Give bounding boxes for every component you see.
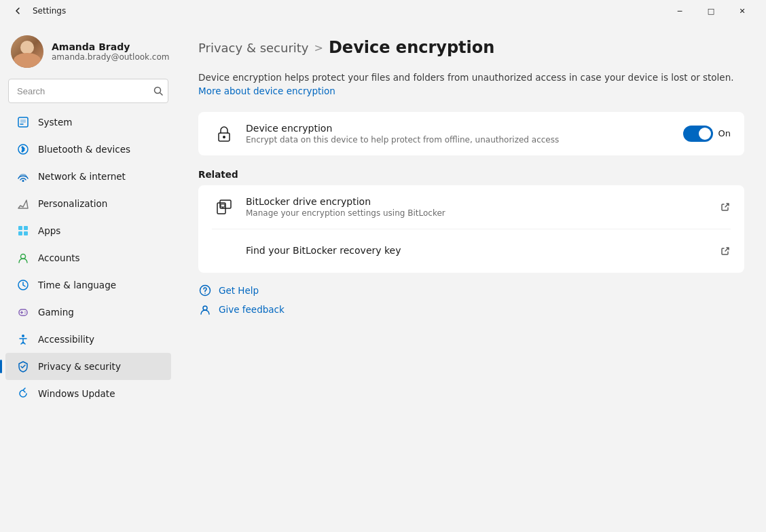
network-icon — [16, 170, 30, 183]
minimize-button[interactable]: ─ — [664, 0, 695, 22]
sidebar-item-update[interactable]: Windows Update — [5, 380, 171, 407]
get-help-label: Get Help — [219, 285, 259, 296]
profile-email: amanda.brady@outlook.com — [52, 52, 169, 62]
description-link[interactable]: More about device encryption — [198, 86, 335, 96]
related-card: BitLocker drive encryption Manage your e… — [198, 185, 744, 273]
sidebar-item-privacy[interactable]: Privacy & security — [5, 353, 171, 380]
encryption-toggle-group: On — [683, 126, 731, 142]
svg-rect-2 — [20, 119, 26, 123]
encryption-icon — [212, 121, 236, 146]
sidebar-label-privacy: Privacy & security — [38, 361, 121, 372]
sidebar-item-apps[interactable]: Apps — [5, 217, 171, 244]
profile-section: Amanda Brady amanda.brady@outlook.com — [0, 27, 177, 79]
svg-point-14 — [22, 335, 24, 337]
app-container: Amanda Brady amanda.brady@outlook.com — [0, 22, 766, 532]
profile-info: Amanda Brady amanda.brady@outlook.com — [52, 41, 169, 62]
toggle-label: On — [718, 128, 731, 138]
svg-rect-9 — [24, 231, 28, 235]
sidebar-item-accounts[interactable]: Accounts — [5, 244, 171, 271]
search-input[interactable] — [8, 79, 168, 103]
give-feedback-link[interactable]: Give feedback — [198, 303, 744, 316]
gaming-icon — [16, 305, 30, 319]
privacy-icon — [16, 360, 30, 373]
titlebar: Settings ─ □ ✕ — [0, 0, 766, 22]
svg-point-0 — [155, 88, 161, 94]
encryption-title: Device encryption — [246, 123, 683, 134]
apps-icon — [16, 224, 30, 238]
sidebar-item-personalization[interactable]: Personalization — [5, 190, 171, 217]
encryption-toggle[interactable] — [683, 126, 713, 142]
sidebar-label-bluetooth: Bluetooth & devices — [38, 144, 130, 155]
bitlocker-icon — [212, 195, 236, 219]
personalization-icon — [16, 197, 30, 210]
description-text-part: Device encryption helps protect your fil… — [198, 72, 734, 83]
bluetooth-icon — [16, 142, 30, 156]
device-encryption-item: Device encryption Encrypt data on this d… — [198, 112, 744, 155]
bitlocker-title: BitLocker drive encryption — [246, 196, 720, 207]
device-encryption-card: Device encryption Encrypt data on this d… — [198, 112, 744, 155]
window-title: Settings — [33, 6, 664, 16]
bitlocker-item[interactable]: BitLocker drive encryption Manage your e… — [198, 185, 744, 229]
svg-point-13 — [24, 313, 26, 314]
breadcrumb-parent[interactable]: Privacy & security — [198, 41, 309, 55]
bitlocker-text: BitLocker drive encryption Manage your e… — [246, 196, 720, 218]
bitlocker-subtitle: Manage your encryption settings using Bi… — [246, 208, 720, 218]
avatar — [11, 35, 43, 68]
help-section: Get Help Give feedback — [198, 284, 744, 316]
sidebar-label-update: Windows Update — [38, 388, 115, 399]
bitlocker-link-icon — [720, 202, 731, 212]
svg-point-23 — [203, 306, 207, 310]
sidebar-item-bluetooth[interactable]: Bluetooth & devices — [5, 136, 171, 163]
related-section-title: Related — [198, 169, 744, 180]
recovery-key-link-icon — [720, 246, 731, 256]
external-link-icon-recovery — [720, 246, 731, 256]
sidebar-label-gaming: Gaming — [38, 307, 74, 318]
profile-name: Amanda Brady — [52, 41, 169, 52]
accounts-icon — [16, 251, 30, 265]
back-button[interactable] — [8, 1, 27, 20]
page-title: Device encryption — [329, 38, 494, 57]
search-icon — [153, 86, 163, 96]
svg-point-12 — [24, 311, 26, 313]
recovery-key-item[interactable]: Find your BitLocker recovery key — [198, 229, 744, 273]
sidebar-label-network: Network & internet — [38, 171, 126, 182]
sidebar-item-accessibility[interactable]: Accessibility — [5, 326, 171, 353]
sidebar-label-personalization: Personalization — [38, 198, 107, 209]
svg-point-22 — [204, 292, 206, 294]
breadcrumb-separator: > — [314, 41, 323, 54]
sidebar-label-system: System — [38, 117, 72, 128]
main-content: Privacy & security > Device encryption D… — [177, 22, 766, 532]
sidebar-item-gaming[interactable]: Gaming — [5, 299, 171, 326]
encryption-subtitle: Encrypt data on this device to help prot… — [246, 135, 683, 145]
recovery-key-title: Find your BitLocker recovery key — [246, 245, 720, 256]
get-help-icon — [198, 284, 212, 297]
avatar-image — [11, 35, 43, 68]
sidebar-label-time: Time & language — [38, 280, 116, 290]
svg-rect-8 — [18, 231, 22, 235]
update-icon — [16, 387, 30, 400]
svg-rect-19 — [221, 204, 225, 207]
get-help-link[interactable]: Get Help — [198, 284, 744, 297]
sidebar-label-accessibility: Accessibility — [38, 334, 94, 345]
window-controls: ─ □ ✕ — [664, 0, 758, 22]
svg-point-16 — [223, 136, 225, 138]
sidebar-item-system[interactable]: System — [5, 109, 171, 136]
encryption-text: Device encryption Encrypt data on this d… — [246, 123, 683, 145]
maximize-button[interactable]: □ — [695, 0, 727, 22]
give-feedback-label: Give feedback — [219, 304, 285, 315]
time-icon — [16, 278, 30, 292]
accessibility-icon — [16, 332, 30, 346]
sidebar-label-accounts: Accounts — [38, 252, 80, 263]
svg-rect-6 — [18, 226, 22, 230]
svg-point-5 — [22, 180, 24, 182]
system-icon — [16, 115, 30, 129]
description: Device encryption helps protect your fil… — [198, 71, 744, 98]
external-link-icon-bitlocker — [720, 202, 731, 212]
close-button[interactable]: ✕ — [727, 0, 758, 22]
sidebar: Amanda Brady amanda.brady@outlook.com — [0, 22, 177, 532]
sidebar-item-time[interactable]: Time & language — [5, 271, 171, 299]
sidebar-item-network[interactable]: Network & internet — [5, 163, 171, 190]
search-container — [8, 79, 168, 103]
svg-rect-7 — [24, 226, 28, 230]
give-feedback-icon — [198, 303, 212, 316]
